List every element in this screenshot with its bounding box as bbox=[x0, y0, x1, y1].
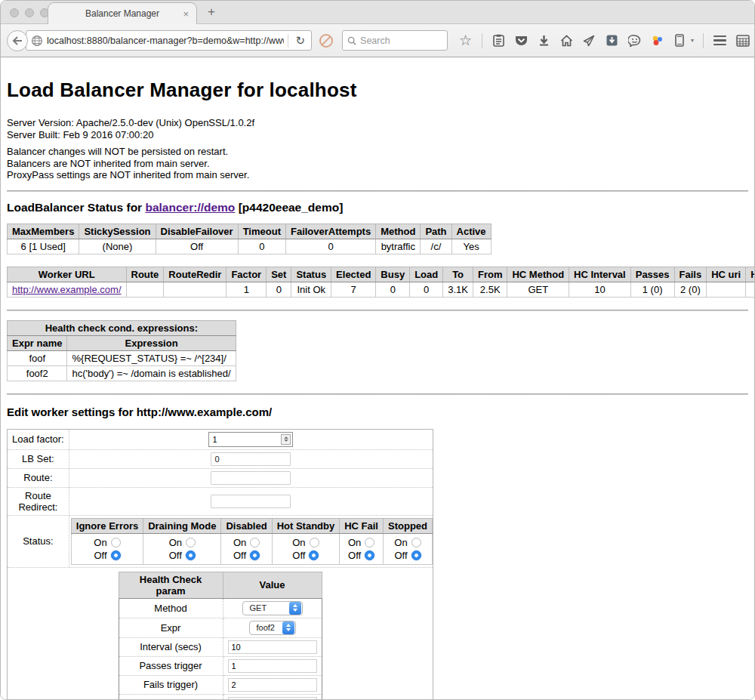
window-controls bbox=[10, 8, 49, 17]
divider bbox=[7, 190, 748, 192]
select-arrows-icon bbox=[289, 602, 301, 615]
url-input[interactable] bbox=[47, 35, 284, 46]
interval-label: Interval (secs) bbox=[119, 637, 223, 656]
table-cell: 1 (0) bbox=[630, 282, 674, 297]
column-header: Path bbox=[421, 224, 451, 239]
notice-line: ProxyPass settings are NOT inherited fro… bbox=[7, 169, 748, 181]
table-cell: 0 bbox=[285, 239, 375, 254]
status-off-radio[interactable] bbox=[411, 550, 421, 560]
downloads-icon[interactable] bbox=[537, 33, 551, 48]
content-blocked-icon[interactable] bbox=[319, 34, 333, 48]
status-on-radio[interactable] bbox=[310, 538, 319, 547]
passes-input[interactable] bbox=[228, 659, 317, 673]
home-icon[interactable] bbox=[559, 33, 574, 48]
apps-grid-icon[interactable] bbox=[735, 33, 750, 48]
route-redirect-input[interactable] bbox=[211, 495, 291, 508]
form-row-load-factor: Load factor: bbox=[8, 429, 433, 449]
hc-row-fails: Fails trigger) bbox=[119, 675, 322, 694]
hc-header-row: Health Check param Value bbox=[119, 572, 322, 598]
column-header: Fails bbox=[674, 267, 707, 282]
table-cell: 3.1K bbox=[443, 282, 473, 297]
form-row-status: Status: Ignore Errors Draining Mode Disa… bbox=[8, 515, 433, 567]
form-row-route-redirect: Route Redirect: bbox=[8, 487, 433, 515]
back-button[interactable] bbox=[7, 30, 28, 51]
column-header: From bbox=[473, 267, 507, 282]
number-spinner-icon[interactable] bbox=[281, 434, 291, 445]
status-off-radio[interactable] bbox=[186, 550, 196, 560]
off-label: Off bbox=[94, 549, 106, 562]
status-off-radio[interactable] bbox=[111, 550, 121, 560]
send-tab-icon[interactable] bbox=[582, 33, 596, 48]
status-on-radio[interactable] bbox=[411, 538, 421, 547]
save-to-pocket-icon[interactable] bbox=[605, 33, 619, 48]
navigation-toolbar: ↻ ☆ bbox=[1, 24, 754, 57]
on-label: On bbox=[348, 536, 361, 549]
balancer-link[interactable]: balancer://demo bbox=[145, 201, 235, 214]
off-label: Off bbox=[169, 549, 182, 562]
on-label: On bbox=[169, 536, 182, 549]
search-input[interactable] bbox=[360, 35, 442, 46]
chevron-down-icon[interactable]: ▾ bbox=[691, 37, 694, 44]
route-input[interactable] bbox=[211, 471, 291, 485]
column-header: Load bbox=[410, 267, 443, 282]
column-header: Status bbox=[291, 267, 331, 282]
hc-uri-input[interactable] bbox=[228, 697, 317, 700]
status-on-radio[interactable] bbox=[250, 538, 260, 547]
status-off-radio[interactable] bbox=[309, 550, 319, 560]
reading-list-icon[interactable] bbox=[492, 33, 506, 48]
worker-url-link[interactable]: http://www.example.com/ bbox=[12, 284, 122, 295]
close-window-button[interactable] bbox=[10, 8, 19, 17]
expr-select[interactable]: foof2 bbox=[249, 621, 296, 635]
url-bar[interactable]: ↻ bbox=[26, 30, 312, 51]
status-table: Ignore Errors Draining Mode Disabled Hot… bbox=[71, 518, 433, 565]
notice-line: Balancers are NOT inherited from main se… bbox=[7, 158, 748, 170]
expression-cell: %{REQUEST_STATUS} =~ /^[234]/ bbox=[67, 350, 236, 365]
divider bbox=[7, 393, 748, 395]
status-on-radio[interactable] bbox=[186, 538, 196, 547]
hc-row-uri: HC uri bbox=[119, 694, 322, 699]
status-off-radio[interactable] bbox=[250, 550, 260, 560]
menu-icon[interactable] bbox=[713, 33, 727, 48]
table-cell: Init Ok bbox=[291, 282, 331, 297]
table-cell bbox=[707, 282, 746, 297]
minimize-window-button[interactable] bbox=[25, 8, 34, 17]
toolbar-separator bbox=[482, 33, 482, 48]
status-column-header: Stopped bbox=[384, 518, 433, 533]
divider bbox=[7, 310, 748, 311]
column-header: Expression bbox=[67, 335, 236, 350]
status-off-radio[interactable] bbox=[365, 550, 374, 560]
table-header-row: Expr name Expression bbox=[8, 335, 236, 350]
passes-label: Passes trigger bbox=[119, 656, 223, 675]
lb-set-input[interactable] bbox=[211, 452, 291, 466]
bookmark-star-icon[interactable]: ☆ bbox=[458, 33, 473, 48]
column-header: Passes bbox=[630, 267, 674, 282]
status-column-header: HC Fail bbox=[340, 518, 384, 533]
table-cell: 0 bbox=[410, 282, 443, 297]
browser-tab[interactable]: Balancer Manager × bbox=[48, 2, 197, 24]
feedback-smiley-icon[interactable] bbox=[627, 33, 642, 48]
method-select-value: GET bbox=[250, 603, 267, 612]
tab-close-icon[interactable]: × bbox=[183, 9, 189, 19]
search-bar[interactable] bbox=[342, 30, 448, 51]
hc-row-passes: Passes trigger bbox=[119, 656, 322, 675]
pocket-icon[interactable] bbox=[514, 33, 528, 48]
column-header: HC Expr bbox=[746, 267, 754, 282]
sidebar-device-icon[interactable] bbox=[673, 33, 687, 48]
table-row: foof %{REQUEST_STATUS} =~ /^[234]/ bbox=[8, 350, 236, 365]
status-on-radio[interactable] bbox=[365, 538, 374, 547]
table-title: Health check cond. expressions: bbox=[8, 320, 236, 335]
interval-input[interactable] bbox=[228, 640, 317, 654]
method-select[interactable]: GET bbox=[242, 601, 303, 615]
reload-icon[interactable]: ↻ bbox=[292, 35, 308, 46]
table-cell: 0 bbox=[267, 282, 291, 297]
new-tab-button[interactable]: + bbox=[208, 5, 215, 20]
column-header: Worker URL bbox=[8, 267, 127, 282]
table-cell: 10 bbox=[569, 282, 631, 297]
status-on-radio[interactable] bbox=[111, 538, 121, 547]
status-column-header: Draining Mode bbox=[143, 518, 221, 533]
table-cell: (None) bbox=[79, 239, 156, 254]
load-factor-input[interactable] bbox=[209, 433, 281, 446]
fails-input[interactable] bbox=[228, 678, 317, 692]
theme-dots-icon[interactable] bbox=[650, 33, 664, 48]
column-header: Active bbox=[451, 224, 491, 239]
